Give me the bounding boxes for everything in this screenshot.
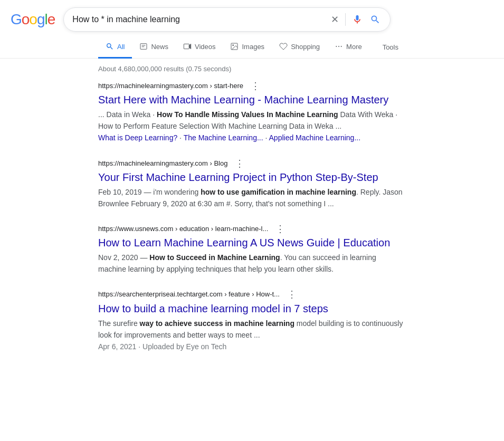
tab-shopping[interactable]: Shopping [272, 36, 327, 59]
result-url-row: https://machinelearningmastery.com › sta… [98, 81, 406, 91]
tools-button[interactable]: Tools [375, 37, 406, 57]
result-url-row: https://www.usnews.com › education › lea… [98, 224, 406, 234]
results-container: About 4,680,000,000 results (0.75 second… [0, 59, 504, 352]
search-bar-wrapper: ✕ [63, 7, 391, 32]
result-url: https://machinelearningmastery.com › Blo… [98, 159, 227, 168]
result-item: https://searchenterpriseai.techtarget.co… [98, 290, 406, 352]
tab-news[interactable]: News [132, 36, 176, 59]
result-snippet: Feb 10, 2019 — i'm wondering how to use … [98, 186, 406, 209]
logo-o1: o [22, 11, 30, 27]
logo-e: e [47, 11, 55, 27]
result-url: https://machinelearningmastery.com › sta… [98, 81, 243, 91]
result-url-row: https://searchenterpriseai.techtarget.co… [98, 290, 406, 299]
search-input[interactable] [72, 15, 326, 24]
result-title-link[interactable]: How to Learn Machine Learning A US News … [98, 236, 406, 250]
tab-more[interactable]: More [327, 36, 369, 59]
search-button[interactable] [369, 13, 382, 26]
svg-marker-4 [189, 44, 191, 49]
results-stats: About 4,680,000,000 results (0.75 second… [98, 59, 406, 81]
search-icon [370, 14, 381, 25]
header: Google ✕ [0, 0, 504, 34]
nav-tabs: All News Videos Images Shopping More Too… [0, 36, 504, 59]
svg-point-7 [336, 46, 337, 47]
svg-rect-3 [184, 44, 189, 49]
result-snippet: ... Data in Weka · How To Handle Missing… [98, 109, 406, 143]
kebab-menu-button[interactable]: ⋮ [273, 224, 287, 234]
result-title-link[interactable]: How to build a machine learning model in… [98, 302, 406, 315]
tab-videos-label: Videos [195, 43, 216, 51]
tab-shopping-label: Shopping [291, 43, 320, 51]
mic-icon [352, 14, 363, 25]
kebab-menu-button[interactable]: ⋮ [233, 159, 246, 168]
logo-g2: g [37, 11, 45, 27]
svg-point-6 [233, 45, 234, 46]
clear-icon: ✕ [331, 14, 339, 25]
svg-point-9 [341, 46, 342, 47]
result-url-row: https://machinelearningmastery.com › Blo… [98, 159, 406, 168]
news-tab-icon [139, 42, 148, 51]
tab-all[interactable]: All [98, 36, 132, 59]
divider-bar [345, 13, 346, 26]
tab-images[interactable]: Images [223, 36, 272, 59]
result-item: https://machinelearningmastery.com › Blo… [98, 159, 406, 209]
tab-more-label: More [346, 43, 362, 51]
more-tab-icon [335, 42, 343, 51]
result-link-2[interactable]: The Machine Learning... [184, 133, 263, 142]
result-date: Apr 6, 2021 · Uploaded by Eye on Tech [98, 342, 226, 351]
kebab-menu-button[interactable]: ⋮ [249, 81, 262, 91]
tab-videos[interactable]: Videos [176, 36, 223, 59]
result-url: https://searchenterpriseai.techtarget.co… [98, 290, 280, 299]
search-bar: ✕ [63, 7, 391, 32]
result-title-link[interactable]: Start Here with Machine Learning - Machi… [98, 93, 406, 107]
logo-o2: o [29, 11, 37, 27]
kebab-menu-button[interactable]: ⋮ [285, 290, 299, 299]
tab-images-label: Images [242, 43, 264, 51]
shopping-tab-icon [279, 42, 288, 51]
images-tab-icon [230, 42, 239, 51]
result-link-3[interactable]: Applied Machine Learning... [269, 133, 361, 142]
result-snippet: Nov 2, 2020 — How to Succeed in Machine … [98, 252, 406, 275]
tab-all-label: All [117, 43, 125, 51]
result-url: https://www.usnews.com › education › lea… [98, 224, 268, 234]
clear-button[interactable]: ✕ [330, 13, 340, 26]
logo-g: G [11, 11, 22, 27]
videos-tab-icon [183, 42, 192, 51]
search-bar-icons: ✕ [330, 13, 382, 26]
tab-news-label: News [151, 43, 168, 51]
svg-point-8 [338, 46, 339, 47]
result-title-link[interactable]: Your First Machine Learning Project in P… [98, 170, 406, 184]
voice-search-button[interactable] [351, 13, 364, 26]
result-item: https://www.usnews.com › education › lea… [98, 224, 406, 275]
result-link-1[interactable]: What is Deep Learning? [98, 133, 177, 142]
search-tab-icon [106, 42, 114, 51]
svg-rect-0 [140, 44, 147, 50]
result-item: https://machinelearningmastery.com › sta… [98, 81, 406, 144]
result-snippet: The surefire way to achieve success in m… [98, 318, 406, 352]
google-logo[interactable]: Google [11, 11, 55, 28]
